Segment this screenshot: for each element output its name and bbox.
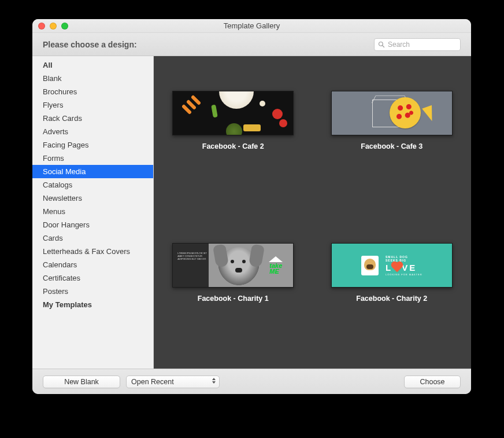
toolbar: Please choose a design: bbox=[32, 33, 471, 56]
sidebar-item-cards[interactable]: Cards bbox=[32, 231, 153, 245]
sidebar-item-calendars[interactable]: Calendars bbox=[32, 258, 153, 271]
template-item-cafe-2[interactable]: Facebook - Cafe 2 bbox=[172, 91, 294, 150]
sidebar-item-forms[interactable]: Forms bbox=[32, 152, 153, 165]
sidebar-item-newsletters[interactable]: Newsletters bbox=[32, 192, 153, 205]
sidebar-item-posters[interactable]: Posters bbox=[32, 285, 153, 298]
search-input[interactable] bbox=[388, 41, 457, 49]
sidebar-item-brochures[interactable]: Brochures bbox=[32, 85, 153, 98]
template-label: Facebook - Cafe 3 bbox=[361, 142, 423, 150]
sidebar-item-rack-cards[interactable]: Rack Cards bbox=[32, 112, 153, 125]
main-area: AllBlankBrochuresFlyersRack CardsAdverts… bbox=[32, 56, 471, 369]
template-grid-area[interactable]: Facebook - Cafe 2 Facebook - Cafe 3 LORE… bbox=[154, 56, 471, 369]
template-label: Facebook - Charity 1 bbox=[198, 295, 269, 303]
template-thumbnail[interactable] bbox=[331, 91, 453, 135]
sidebar-item-letterheads-fax-covers[interactable]: Letterheads & Fax Covers bbox=[32, 245, 153, 258]
search-field[interactable] bbox=[374, 38, 461, 51]
choose-button[interactable]: Choose bbox=[404, 376, 461, 388]
sidebar-item-menus[interactable]: Menus bbox=[32, 205, 153, 218]
sidebar-item-my-templates[interactable]: My Templates bbox=[32, 298, 153, 311]
template-thumbnail[interactable] bbox=[172, 91, 294, 135]
titlebar: Template Gallery bbox=[32, 19, 471, 33]
chevron-updown-icon bbox=[212, 378, 216, 384]
window-title: Template Gallery bbox=[224, 21, 280, 30]
open-recent-select[interactable]: Open Recent bbox=[126, 376, 220, 388]
template-label: Facebook - Charity 2 bbox=[356, 295, 427, 303]
template-thumbnail[interactable]: SMALL DOGSEEKS BIG LVE LOOKING FOR MASTE… bbox=[331, 243, 453, 288]
search-icon bbox=[378, 41, 385, 48]
prompt-label: Please choose a design: bbox=[43, 40, 137, 49]
sidebar-item-door-hangers[interactable]: Door Hangers bbox=[32, 218, 153, 231]
sidebar-item-adverts[interactable]: Adverts bbox=[32, 125, 153, 138]
zoom-icon[interactable] bbox=[61, 23, 68, 30]
minimize-icon[interactable] bbox=[50, 23, 57, 30]
category-sidebar: AllBlankBrochuresFlyersRack CardsAdverts… bbox=[32, 56, 154, 369]
sidebar-item-blank[interactable]: Blank bbox=[32, 72, 153, 85]
template-item-cafe-3[interactable]: Facebook - Cafe 3 bbox=[331, 91, 453, 150]
footer: New Blank Open Recent Choose bbox=[32, 369, 471, 394]
template-item-charity-2[interactable]: SMALL DOGSEEKS BIG LVE LOOKING FOR MASTE… bbox=[331, 243, 453, 303]
template-item-charity-1[interactable]: LOREM IPSUM DOLOR SIT AMET CONSECTETUR A… bbox=[172, 243, 294, 303]
template-gallery-window: Template Gallery Please choose a design:… bbox=[32, 19, 471, 394]
sidebar-item-all[interactable]: All bbox=[32, 58, 153, 72]
sidebar-item-social-media[interactable]: Social Media bbox=[32, 165, 153, 178]
new-blank-button[interactable]: New Blank bbox=[43, 376, 120, 388]
window-controls bbox=[38, 23, 68, 30]
open-recent-label: Open Recent bbox=[131, 378, 174, 386]
sidebar-item-facing-pages[interactable]: Facing Pages bbox=[32, 138, 153, 152]
template-label: Facebook - Cafe 2 bbox=[202, 142, 264, 150]
sidebar-item-certificates[interactable]: Certificates bbox=[32, 271, 153, 285]
sidebar-item-catalogs[interactable]: Catalogs bbox=[32, 178, 153, 192]
svg-line-1 bbox=[383, 45, 384, 47]
sidebar-item-flyers[interactable]: Flyers bbox=[32, 98, 153, 112]
close-icon[interactable] bbox=[38, 23, 45, 30]
template-thumbnail[interactable]: LOREM IPSUM DOLOR SIT AMET CONSECTETUR A… bbox=[172, 243, 294, 288]
template-grid: Facebook - Cafe 2 Facebook - Cafe 3 LORE… bbox=[165, 91, 459, 303]
